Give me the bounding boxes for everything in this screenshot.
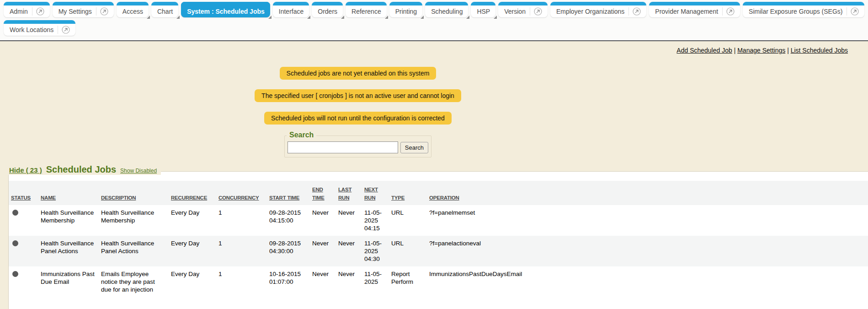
cell-description: Health Surveillance Membership [101,205,171,236]
search-legend: Search [287,131,316,139]
tab-scheduling[interactable]: Scheduling [425,2,468,17]
status-dot [12,271,18,277]
scheduled-jobs-table: STATUSNAMEDESCRIPTIONRECURRENCECONCURREN… [9,181,868,297]
tab-row-1: AdminMy SettingsAccessChartSystem : Sche… [4,2,864,17]
tab-access[interactable]: Access [117,2,149,17]
tab-system-scheduled-jobs[interactable]: System : Scheduled Jobs [181,2,270,17]
cell-concurrency: 1 [218,205,269,236]
tab-orders[interactable]: Orders [312,2,343,17]
column-header-recurrence: RECURRENCE [171,181,218,205]
warning-message: The specified user [ cronjobs ] is not a… [255,89,461,102]
popout-arrow-icon[interactable] [847,7,859,16]
sort-link[interactable]: STATUS [11,195,31,201]
tab-label: My Settings [59,8,92,15]
sort-link[interactable]: NEXT RUN [364,187,378,201]
scheduled-jobs-legend: Hide ( 23 ) Scheduled Jobs Show Disabled [8,164,161,175]
cell-recurrence: Every Day [171,205,218,236]
popout-arrow-icon[interactable] [530,7,542,16]
search-fieldset: Search Search [284,136,431,157]
cell-operation: ?f=panelactioneval [429,236,868,266]
tab-provider-management[interactable]: Provider Management [649,2,740,17]
table-row: Immunizations Past Due EmailEmails Emplo… [9,266,868,297]
cell-start_time: 10-16-2015 01:07:00 [269,266,312,297]
tab-label: Employer Organizations [556,8,624,15]
warning-messages: Scheduled jobs are not yet enabled on th… [255,67,461,134]
column-header-description: DESCRIPTION [101,181,171,205]
cell-concurrency: 1 [218,266,269,297]
sort-link[interactable]: TYPE [391,195,405,201]
tab-label: Interface [279,8,304,15]
tab-hsp[interactable]: HSP [471,2,495,17]
cell-next_run: 11-05-2025 04:15 [364,205,391,236]
cell-start_time: 09-28-2015 04:30:00 [269,236,312,266]
action-links: Add Scheduled Job | Manage Settings | Li… [0,41,868,54]
column-header-next-run: NEXT RUN [364,181,391,205]
sort-link[interactable]: OPERATION [429,195,459,201]
cell-type: Report Perform [391,266,429,297]
tab-work-locations[interactable]: Work Locations [4,20,75,36]
action-link-list-scheduled-jobs[interactable]: List Scheduled Jobs [791,47,848,54]
tab-interface[interactable]: Interface [273,2,309,17]
cell-type: URL [391,236,429,266]
popout-arrow-icon[interactable] [32,7,44,16]
search-button[interactable]: Search [400,142,428,153]
sort-link[interactable]: END TIME [312,187,325,201]
tab-my-settings[interactable]: My Settings [53,2,114,17]
tab-similar-exposure-groups-segs[interactable]: Similar Exposure Groups (SEGs) [743,2,864,17]
tab-row-2: Work Locations [4,20,864,36]
search-body: Search [288,141,428,153]
scheduled-jobs-table-container: STATUSNAMEDESCRIPTIONRECURRENCECONCURREN… [8,171,868,309]
sort-link[interactable]: START TIME [269,195,299,201]
sort-link[interactable]: RECURRENCE [171,195,207,201]
sort-link[interactable]: LAST RUN [338,187,351,201]
cell-last_run: Never [338,266,364,297]
tab-label: Work Locations [10,26,53,33]
cell-last_run: Never [338,236,364,266]
show-disabled-link[interactable]: Show Disabled [120,168,157,174]
tab-label: Admin [10,8,28,15]
sort-link[interactable]: DESCRIPTION [101,195,136,201]
tab-employer-organizations[interactable]: Employer Organizations [550,2,646,17]
tab-label: System : Scheduled Jobs [187,8,265,15]
cell-end_time: Never [312,205,338,236]
tab-reference[interactable]: Reference [346,2,387,17]
cell-name: Health Surveillance Membership [41,205,101,236]
cell-name: Health Surveillance Panel Actions [41,236,101,266]
popout-arrow-icon[interactable] [96,7,108,16]
tab-label: Provider Management [655,8,718,15]
action-link-manage-settings[interactable]: Manage Settings [737,47,785,54]
sort-link[interactable]: CONCURRENCY [218,195,259,201]
popout-arrow-icon[interactable] [58,26,70,34]
cell-type: URL [391,205,429,236]
cell-concurrency: 1 [218,236,269,266]
action-link-add-scheduled-job[interactable]: Add Scheduled Job [676,47,732,54]
tab-admin[interactable]: Admin [4,2,50,17]
search-input[interactable] [288,141,398,153]
popout-arrow-icon[interactable] [722,7,735,16]
hide-count-link[interactable]: Hide ( 23 ) [9,166,42,174]
column-header-type: TYPE [391,181,429,205]
cell-status [9,266,41,297]
cell-description: Emails Employee notice they are past due… [101,266,171,297]
cell-status [9,205,41,236]
table-row: Health Surveillance Panel ActionsHealth … [9,236,868,266]
tab-printing[interactable]: Printing [389,2,422,17]
cell-description: Health Surveillance Panel Actions [101,236,171,266]
popout-arrow-icon[interactable] [628,7,641,16]
column-header-name: NAME [41,181,101,205]
table-header-row: STATUSNAMEDESCRIPTIONRECURRENCECONCURREN… [9,181,868,205]
table-body: Health Surveillance MembershipHealth Sur… [9,205,868,297]
column-header-end-time: END TIME [312,181,338,205]
cell-name: Immunizations Past Due Email [41,266,101,297]
tab-label: HSP [477,8,490,15]
status-dot [12,240,18,246]
tab-version[interactable]: Version [498,2,548,17]
sort-link[interactable]: NAME [41,195,56,201]
cell-operation: ?f=panelmemset [429,205,868,236]
cell-next_run: 11-05-2025 04:30 [364,236,391,266]
cell-status [9,236,41,266]
status-dot [12,210,18,216]
column-header-start-time: START TIME [269,181,312,205]
tab-chart[interactable]: Chart [151,2,178,17]
tab-bar: AdminMy SettingsAccessChartSystem : Sche… [0,0,868,41]
